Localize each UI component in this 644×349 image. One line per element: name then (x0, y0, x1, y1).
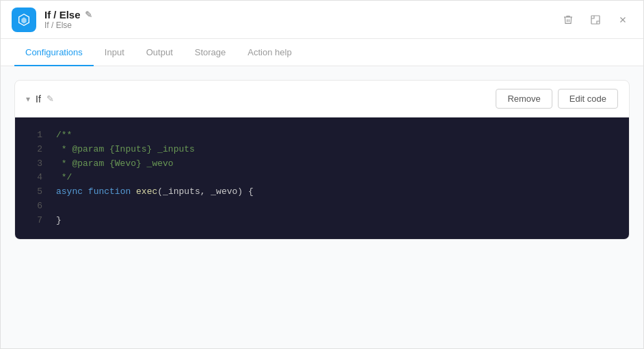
line-content-6 (56, 199, 62, 214)
line-number-7: 7 (26, 214, 42, 228)
titlebar: If / Else ✎ If / Else (1, 1, 643, 39)
tab-action-help[interactable]: Action help (237, 39, 302, 66)
line-content-7: } (56, 214, 62, 228)
chevron-down-icon[interactable]: ▾ (26, 94, 30, 104)
line-number-5: 5 (26, 185, 42, 199)
title-main: If / Else ✎ (44, 9, 92, 20)
line-number-4: 4 (26, 171, 42, 185)
trash-button[interactable] (559, 10, 578, 29)
title-text: If / Else ✎ If / Else (44, 9, 92, 30)
edit-code-button[interactable]: Edit code (558, 89, 618, 109)
if-section-label: If (36, 94, 41, 104)
code-line-2: 2 * @param {Inputs} _inputs (15, 143, 629, 157)
window-title: If / Else (44, 9, 81, 20)
line-number-1: 1 (26, 128, 42, 143)
tab-input[interactable]: Input (94, 39, 135, 66)
tab-storage[interactable]: Storage (184, 39, 237, 66)
line-content-5: async function exec(_inputs, _wevo) { (56, 185, 254, 199)
titlebar-right (559, 10, 632, 29)
tab-bar: Configurations Input Output Storage Acti… (1, 39, 643, 66)
card-header-right: Remove Edit code (496, 89, 618, 109)
tab-configurations[interactable]: Configurations (14, 39, 94, 66)
line-content-3: * @param {Wevo} _wevo (56, 157, 174, 171)
line-content-1: /** (56, 128, 72, 143)
resize-button[interactable] (586, 10, 605, 29)
line-content-4: */ (56, 171, 72, 185)
close-button[interactable] (613, 10, 632, 29)
line-number-6: 6 (26, 199, 42, 214)
window-subtitle: If / Else (44, 20, 92, 30)
if-card: ▾ If ✎ Remove Edit code 1 /** 2 * @param (14, 80, 630, 240)
app-icon (12, 8, 36, 32)
card-header-left: ▾ If ✎ (26, 94, 54, 104)
card-header: ▾ If ✎ Remove Edit code (15, 81, 629, 117)
svg-rect-0 (591, 16, 600, 24)
remove-button[interactable]: Remove (496, 89, 552, 109)
main-window: If / Else ✎ If / Else (0, 0, 644, 349)
section-edit-icon[interactable]: ✎ (46, 94, 54, 104)
content-area: ▾ If ✎ Remove Edit code 1 /** 2 * @param (1, 66, 643, 348)
tab-output[interactable]: Output (135, 39, 184, 66)
titlebar-left: If / Else ✎ If / Else (12, 8, 92, 32)
title-edit-icon[interactable]: ✎ (85, 10, 92, 20)
line-number-3: 3 (26, 157, 42, 171)
code-line-3: 3 * @param {Wevo} _wevo (15, 157, 629, 171)
code-line-6: 6 (15, 199, 629, 214)
code-line-7: 7 } (15, 214, 629, 228)
line-number-2: 2 (26, 143, 42, 157)
code-line-4: 4 */ (15, 171, 629, 185)
code-line-5: 5 async function exec(_inputs, _wevo) { (15, 185, 629, 199)
code-editor: 1 /** 2 * @param {Inputs} _inputs 3 * @p… (15, 117, 629, 239)
code-line-1: 1 /** (15, 128, 629, 143)
line-content-2: * @param {Inputs} _inputs (56, 143, 195, 157)
